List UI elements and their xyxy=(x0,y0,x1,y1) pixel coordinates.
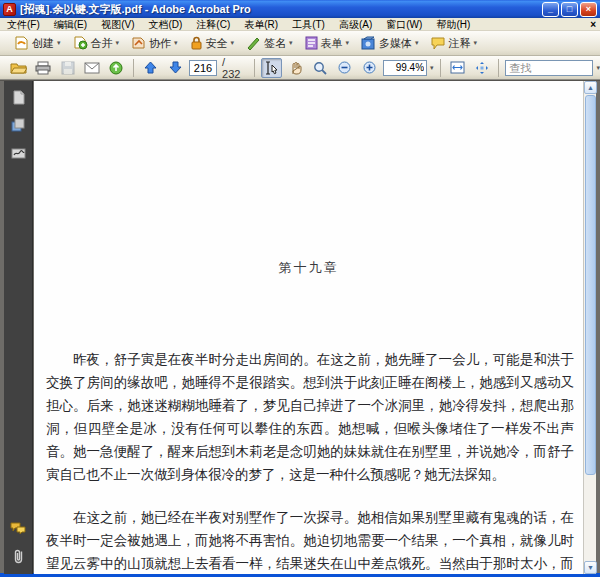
chevron-down-icon: ▾ xyxy=(231,39,235,47)
scroll-up-icon[interactable]: ▲ xyxy=(584,81,597,94)
print-button[interactable] xyxy=(32,58,53,78)
page-number-input[interactable] xyxy=(189,60,217,76)
fit-page-button[interactable] xyxy=(471,58,492,78)
tasks-toolbar: 创建▾ 合并▾ 协作▾ 安全▾ 签名▾ 表单▾ 多媒体▾ 注释▾ xyxy=(0,31,600,56)
zoom-out-button[interactable] xyxy=(334,58,355,78)
form-icon xyxy=(305,36,318,50)
lock-icon xyxy=(190,36,203,50)
acrobat-window: A [招魂].余以键.文字版.pdf - Adobe Acrobat Pro _… xyxy=(0,0,600,577)
chevron-down-icon: ▾ xyxy=(474,39,478,47)
paragraph: 昨夜，舒子寅是在夜半时分走出房间的。在这之前，她先睡了一会儿，可能是和洪于交换了… xyxy=(46,348,574,486)
hand-tool-button[interactable] xyxy=(285,58,306,78)
document-close-icon[interactable]: × xyxy=(590,19,596,30)
speech-bubble-icon xyxy=(431,37,446,50)
chevron-down-icon: ▾ xyxy=(174,39,178,47)
menu-tools[interactable]: 工具(T) xyxy=(285,18,332,31)
find-dropdown-icon[interactable]: ▾ xyxy=(596,64,600,72)
acrobat-app-icon: A xyxy=(3,3,16,16)
window-title: [招魂].余以键.文字版.pdf - Adobe Acrobat Pro xyxy=(20,2,540,17)
comment-button[interactable]: 注释▾ xyxy=(427,34,482,53)
document-area: 第十九章 昨夜，舒子寅是在夜半时分走出房间的。在这之前，她先睡了一会儿，可能是和… xyxy=(0,80,600,573)
scroll-down-icon[interactable]: ▼ xyxy=(584,561,597,574)
email-button[interactable] xyxy=(81,58,102,78)
vertical-scrollbar[interactable]: ▲ ▼ xyxy=(583,81,596,574)
attachments-panel-icon[interactable] xyxy=(9,546,27,566)
toolbar-separator xyxy=(133,59,134,77)
minimize-button[interactable]: _ xyxy=(542,2,559,17)
multimedia-button[interactable]: 多媒体▾ xyxy=(357,34,423,53)
menu-window[interactable]: 窗口(W) xyxy=(379,18,429,31)
chevron-down-icon: ▾ xyxy=(346,39,350,47)
navigation-toolbar: / 232 ▾ ▾ xyxy=(0,56,600,80)
zoom-dropdown-icon[interactable]: ▾ xyxy=(430,64,434,72)
comments-panel-icon[interactable] xyxy=(9,518,27,538)
page-total-label: / 232 xyxy=(222,56,246,80)
toolbar-separator xyxy=(254,59,255,77)
signatures-panel-icon[interactable] xyxy=(9,143,27,163)
sign-button[interactable]: 签名▾ xyxy=(242,34,297,53)
paragraph: 在这之前，她已经在半夜对别墅作了一次探寻。她相信如果别墅里藏有鬼魂的话，在夜半时… xyxy=(46,506,574,574)
maximize-button[interactable]: □ xyxy=(561,2,578,17)
menu-help[interactable]: 帮助(H) xyxy=(429,18,477,31)
open-button[interactable] xyxy=(8,58,29,78)
forms-button[interactable]: 表单▾ xyxy=(301,34,354,53)
upload-document-button[interactable] xyxy=(106,58,127,78)
pages-panel-icon[interactable] xyxy=(9,87,27,107)
pen-icon xyxy=(246,36,261,50)
fit-width-button[interactable] xyxy=(447,58,468,78)
menu-bar: 文件(F) 编辑(E) 视图(V) 文档(D) 注释(C) 表单(R) 工具(T… xyxy=(0,18,600,31)
combine-button[interactable]: 合并▾ xyxy=(69,34,124,53)
multimedia-icon xyxy=(361,36,376,50)
chevron-down-icon: ▾ xyxy=(289,39,293,47)
collaborate-icon xyxy=(131,36,146,50)
toolbar-separator xyxy=(498,59,499,77)
collaborate-button[interactable]: 协作▾ xyxy=(127,34,182,53)
previous-page-button[interactable] xyxy=(140,58,161,78)
navigation-pane xyxy=(4,81,33,574)
chevron-down-icon: ▾ xyxy=(415,39,419,47)
save-button[interactable] xyxy=(57,58,78,78)
toolbar-separator xyxy=(440,59,441,77)
secure-button[interactable]: 安全▾ xyxy=(186,34,239,53)
menu-advanced[interactable]: 高级(A) xyxy=(332,18,379,31)
select-tool-button[interactable] xyxy=(261,58,282,78)
pdf-page[interactable]: 第十九章 昨夜，舒子寅是在夜半时分走出房间的。在这之前，她先睡了一会儿，可能是和… xyxy=(34,81,583,574)
next-page-button[interactable] xyxy=(165,58,186,78)
combine-icon xyxy=(73,36,88,50)
menu-document[interactable]: 文档(D) xyxy=(141,18,189,31)
menu-forms[interactable]: 表单(R) xyxy=(237,18,285,31)
chevron-down-icon: ▾ xyxy=(57,39,61,47)
chevron-down-icon: ▾ xyxy=(116,39,120,47)
zoom-level-input[interactable] xyxy=(383,60,427,76)
layers-panel-icon[interactable] xyxy=(9,115,27,135)
menu-file[interactable]: 文件(F) xyxy=(0,18,47,31)
scrollbar-thumb[interactable] xyxy=(585,95,596,475)
close-button[interactable]: × xyxy=(580,2,597,17)
marquee-zoom-button[interactable] xyxy=(310,58,331,78)
zoom-in-button[interactable] xyxy=(359,58,380,78)
menu-edit[interactable]: 编辑(E) xyxy=(47,18,94,31)
title-bar: A [招魂].余以键.文字版.pdf - Adobe Acrobat Pro _… xyxy=(0,0,600,18)
create-button[interactable]: 创建▾ xyxy=(10,34,65,53)
menu-comments[interactable]: 注释(C) xyxy=(189,18,237,31)
menu-view[interactable]: 视图(V) xyxy=(94,18,141,31)
create-icon xyxy=(14,36,29,50)
find-input[interactable] xyxy=(505,60,593,76)
chapter-heading: 第十九章 xyxy=(34,259,583,277)
